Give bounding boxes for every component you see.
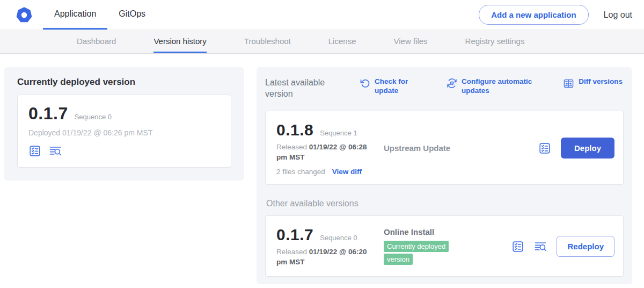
subnav-tab-troubleshoot[interactable]: Troubleshoot	[244, 30, 291, 53]
redeploy-button[interactable]: Redeploy	[557, 236, 614, 257]
latest-released-timestamp: Released 01/19/22 @ 06:28 pm MST	[276, 142, 379, 163]
check-update-icon	[360, 78, 370, 89]
deployed-version-number: 0.1.7	[28, 104, 68, 124]
diff-versions-link[interactable]: Diff versions	[563, 77, 623, 89]
deployed-timestamp: Deployed 01/19/22 @ 06:26 pm MST	[28, 128, 220, 137]
currently-deployed-card: Currently deployed version 0.1.7 Sequenc…	[4, 67, 244, 181]
available-card-header: Latest available version Check for updat…	[265, 75, 624, 100]
other-released-timestamp: Released 01/19/22 @ 06:20 pm MST	[276, 247, 379, 268]
view-logs-icon[interactable]	[534, 240, 547, 253]
diff-versions-label: Diff versions	[579, 77, 623, 87]
currently-deployed-badge: Currently deployed version	[384, 241, 449, 264]
configure-automatic-updates-link[interactable]: Configure automatic updates	[447, 77, 537, 96]
available-card-actions: Check for update Configure automatic upd…	[340, 77, 624, 96]
check-for-update-label: Check for update	[375, 77, 415, 96]
latest-version-actions: Deploy	[538, 138, 614, 159]
deploy-button[interactable]: Deploy	[561, 138, 614, 159]
latest-version-number: 0.1.8	[276, 121, 313, 139]
other-versions-heading: Other available versions	[266, 199, 624, 208]
configure-automatic-updates-label: Configure automatic updates	[462, 77, 537, 96]
latest-version-row: 0.1.8 Sequence 1 Released 01/19/22 @ 06:…	[265, 111, 624, 185]
files-changed-label: 2 files changed	[276, 168, 325, 176]
latest-version-info: 0.1.8 Sequence 1 Released 01/19/22 @ 06:…	[276, 121, 384, 176]
files-changed-row: 2 files changed View diff	[276, 168, 384, 176]
deployed-card-title: Currently deployed version	[17, 77, 231, 88]
install-type-label: Online Install	[384, 227, 488, 236]
logout-link[interactable]: Log out	[604, 10, 632, 20]
available-versions-card: Latest available version Check for updat…	[257, 67, 632, 284]
version-history-page: Currently deployed version 0.1.7 Sequenc…	[0, 54, 644, 288]
app-logo-icon	[16, 0, 32, 30]
check-for-update-link[interactable]: Check for update	[360, 77, 415, 96]
status-badge-wrap: Currently deployed version	[384, 240, 465, 265]
other-version-number: 0.1.7	[276, 226, 313, 244]
latest-version-source: Upstream Update	[384, 143, 538, 153]
other-version-row: 0.1.7 Sequence 0 Released 01/19/22 @ 06:…	[265, 215, 624, 277]
app-sub-nav: Dashboard Version history Troubleshoot L…	[0, 30, 644, 54]
add-application-button[interactable]: Add a new application	[479, 5, 588, 25]
top-nav: Application GitOps Add a new application…	[0, 0, 644, 30]
view-logs-icon[interactable]	[49, 145, 62, 157]
preflight-checklist-icon[interactable]	[511, 240, 524, 253]
subnav-tab-dashboard[interactable]: Dashboard	[77, 30, 116, 53]
latest-sequence-label: Sequence 1	[320, 129, 357, 137]
top-nav-tabs: Application GitOps	[43, 0, 157, 30]
view-diff-link[interactable]: View diff	[332, 168, 362, 176]
deployed-actions	[28, 145, 220, 157]
other-version-info: 0.1.7 Sequence 0 Released 01/19/22 @ 06:…	[276, 226, 384, 268]
released-prefix: Released	[276, 143, 307, 151]
auto-update-icon	[447, 78, 457, 89]
other-sequence-label: Sequence 0	[320, 234, 357, 242]
other-version-status: Online Install Currently deployed versio…	[384, 227, 488, 265]
preflight-checklist-icon[interactable]	[538, 142, 551, 155]
other-version-actions: Redeploy	[511, 236, 614, 257]
tab-gitops[interactable]: GitOps	[107, 0, 157, 30]
released-prefix: Released	[276, 248, 307, 256]
top-nav-right: Add a new application Log out	[479, 0, 644, 30]
subnav-tab-license[interactable]: License	[328, 30, 356, 53]
subnav-tab-view-files[interactable]: View files	[393, 30, 427, 53]
tab-application[interactable]: Application	[43, 0, 107, 30]
preflight-checklist-icon[interactable]	[28, 145, 41, 157]
subnav-tab-version-history[interactable]: Version history	[153, 30, 206, 53]
subnav-tab-registry-settings[interactable]: Registry settings	[465, 30, 525, 53]
deployed-version-box: 0.1.7 Sequence 0 Deployed 01/19/22 @ 06:…	[17, 95, 231, 168]
version-source-label: Upstream Update	[384, 143, 450, 153]
latest-available-title: Latest available version	[265, 77, 340, 100]
diff-versions-icon	[563, 78, 574, 89]
deployed-sequence-label: Sequence 0	[75, 113, 112, 121]
